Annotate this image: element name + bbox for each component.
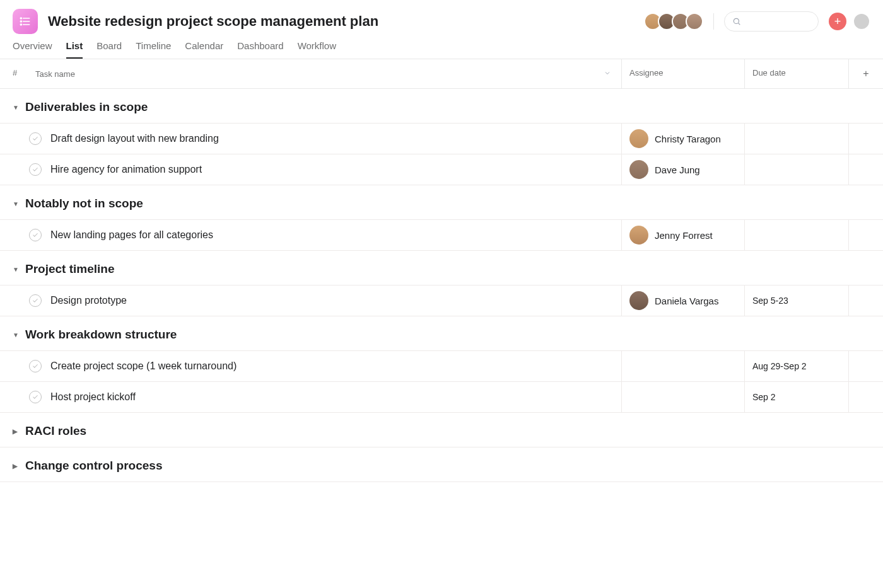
- caret-right-icon[interactable]: ▶: [13, 463, 19, 470]
- view-tabs: OverviewListBoardTimelineCalendarDashboa…: [0, 34, 883, 59]
- assignee-avatar: [629, 129, 648, 148]
- search-icon: [732, 17, 741, 26]
- section-header[interactable]: ▶Change control process: [0, 447, 883, 482]
- due-date-text: Aug 29-Sep 2: [752, 361, 807, 371]
- task-assignee-cell[interactable]: [621, 382, 744, 412]
- caret-down-icon[interactable]: ▼: [13, 104, 19, 111]
- complete-task-button[interactable]: [29, 294, 42, 307]
- svg-point-5: [20, 24, 21, 25]
- task-row[interactable]: New landing pages for all categoriesJenn…: [0, 220, 883, 251]
- tab-dashboard[interactable]: Dashboard: [237, 40, 283, 59]
- assignee-name: Daniela Vargas: [655, 296, 718, 306]
- task-due-cell[interactable]: Sep 2: [744, 382, 848, 412]
- task-due-cell[interactable]: [744, 154, 848, 185]
- task-assignee-cell[interactable]: Daniela Vargas: [621, 285, 744, 316]
- complete-task-button[interactable]: [29, 229, 42, 241]
- assignee-avatar: [629, 291, 648, 310]
- project-title[interactable]: Website redesign project scope managemen…: [48, 13, 378, 30]
- task-assignee-cell[interactable]: Dave Jung: [621, 154, 744, 185]
- tab-workflow[interactable]: Workflow: [298, 40, 336, 59]
- caret-down-icon[interactable]: ▼: [13, 266, 19, 273]
- tab-calendar[interactable]: Calendar: [185, 40, 223, 59]
- section-header[interactable]: ▼Notably not in scope: [0, 185, 883, 220]
- task-extra-cell[interactable]: [848, 351, 883, 381]
- member-avatars[interactable]: [644, 13, 703, 30]
- tab-timeline[interactable]: Timeline: [136, 40, 171, 59]
- task-name[interactable]: Draft design layout with new branding: [50, 133, 219, 144]
- section-header[interactable]: ▼Deliverables in scope: [0, 89, 883, 124]
- caret-right-icon[interactable]: ▶: [13, 428, 19, 435]
- task-assignee-cell[interactable]: Jenny Forrest: [621, 220, 744, 250]
- task-row[interactable]: Hire agency for animation supportDave Ju…: [0, 154, 883, 185]
- task-due-cell[interactable]: Aug 29-Sep 2: [744, 351, 848, 381]
- assignee-name: Dave Jung: [655, 164, 700, 175]
- section-title-text: Project timeline: [25, 262, 115, 276]
- column-task-name[interactable]: Task name: [25, 59, 621, 88]
- column-number: #: [0, 59, 25, 88]
- section-title-text: Change control process: [25, 459, 163, 473]
- assignee-avatar: [629, 226, 648, 245]
- task-name[interactable]: Host project kickoff: [50, 391, 136, 403]
- task-due-cell[interactable]: Sep 5-23: [744, 285, 848, 316]
- assignee-name: Christy Taragon: [655, 134, 721, 144]
- section-header[interactable]: ▼Project timeline: [0, 251, 883, 285]
- svg-line-7: [739, 23, 740, 25]
- task-extra-cell[interactable]: [848, 285, 883, 316]
- column-task-label: Task name: [35, 69, 75, 79]
- search-input[interactable]: [724, 11, 819, 32]
- tab-list[interactable]: List: [66, 40, 83, 59]
- task-extra-cell[interactable]: [848, 382, 883, 412]
- tab-overview[interactable]: Overview: [13, 40, 52, 59]
- complete-task-button[interactable]: [29, 132, 42, 145]
- task-row[interactable]: Create project scope (1 week turnaround)…: [0, 351, 883, 382]
- add-button[interactable]: +: [829, 13, 846, 30]
- assignee-name: Jenny Forrest: [655, 230, 713, 241]
- task-assignee-cell[interactable]: [621, 351, 744, 381]
- task-name[interactable]: New landing pages for all categories: [50, 229, 213, 241]
- task-extra-cell[interactable]: [848, 124, 883, 154]
- task-row[interactable]: Host project kickoffSep 2: [0, 382, 883, 413]
- column-header: # Task name Assignee Due date +: [0, 59, 883, 89]
- task-assignee-cell[interactable]: Christy Taragon: [621, 124, 744, 154]
- section-header[interactable]: ▼Work breakdown structure: [0, 316, 883, 351]
- project-icon[interactable]: [13, 9, 38, 34]
- svg-point-6: [734, 18, 739, 23]
- assignee-avatar: [629, 160, 648, 179]
- svg-point-3: [20, 21, 21, 22]
- task-row[interactable]: Draft design layout with new brandingChr…: [0, 124, 883, 154]
- chevron-down-icon[interactable]: [604, 69, 611, 79]
- due-date-text: Sep 2: [752, 392, 776, 402]
- column-due-date[interactable]: Due date: [744, 59, 848, 88]
- task-due-cell[interactable]: [744, 124, 848, 154]
- task-extra-cell[interactable]: [848, 220, 883, 250]
- task-name[interactable]: Hire agency for animation support: [50, 164, 202, 175]
- due-date-text: Sep 5-23: [752, 296, 788, 306]
- section-header[interactable]: ▶RACI roles: [0, 413, 883, 447]
- tab-board[interactable]: Board: [96, 40, 122, 59]
- section-title-text: Work breakdown structure: [25, 328, 177, 342]
- section-title-text: RACI roles: [25, 424, 86, 438]
- caret-down-icon[interactable]: ▼: [13, 331, 19, 338]
- task-extra-cell[interactable]: [848, 154, 883, 185]
- task-due-cell[interactable]: [744, 220, 848, 250]
- user-avatar[interactable]: [853, 13, 870, 30]
- task-row[interactable]: Design prototypeDaniela VargasSep 5-23: [0, 285, 883, 316]
- column-assignee[interactable]: Assignee: [621, 59, 744, 88]
- divider: [713, 13, 714, 30]
- svg-point-1: [20, 18, 21, 19]
- task-name[interactable]: Create project scope (1 week turnaround): [50, 360, 237, 372]
- task-name[interactable]: Design prototype: [50, 295, 127, 306]
- avatar[interactable]: [686, 13, 703, 30]
- caret-down-icon[interactable]: ▼: [13, 200, 19, 207]
- complete-task-button[interactable]: [29, 391, 42, 403]
- complete-task-button[interactable]: [29, 163, 42, 176]
- section-title-text: Notably not in scope: [25, 197, 143, 210]
- section-title-text: Deliverables in scope: [25, 100, 148, 114]
- add-column-button[interactable]: +: [848, 59, 883, 88]
- complete-task-button[interactable]: [29, 360, 42, 372]
